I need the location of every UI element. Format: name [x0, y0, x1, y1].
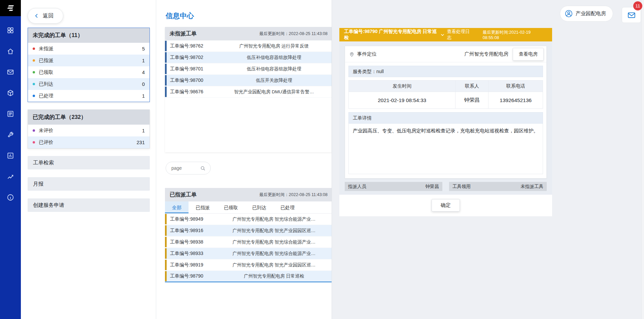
nav-messages[interactable]	[6, 68, 14, 76]
col-header-contact: 联系人	[455, 81, 488, 92]
workorder-row[interactable]: 工单编号:98702 低压补偿电容器组故障处理	[165, 52, 332, 63]
nav-maintenance[interactable]	[6, 131, 14, 139]
back-button[interactable]: 返回	[28, 8, 63, 24]
workorder-id: 工单编号:98949	[167, 216, 216, 222]
event-location-row: 事件定位 广州智光专用配电房 查看电房	[345, 46, 546, 62]
status-item-unrated[interactable]: 未评价 1	[28, 125, 149, 136]
status-count: 4	[142, 70, 145, 75]
workorder-row[interactable]: 工单编号:98938 广州智光专用配电房 智光综合能源产业…	[165, 236, 332, 248]
assignment-bars: 指派人员 钟荣昌 工具领用 未指派工具	[345, 182, 547, 191]
status-dot	[33, 83, 35, 85]
confirm-button[interactable]: 确定	[432, 199, 460, 212]
service-type-bar: 服务类型：null	[348, 66, 543, 77]
status-item-unassigned[interactable]: 未指派 5	[28, 43, 149, 55]
detail-updated-time: 最后更新时间:2021-02-19 08:55:08	[483, 30, 547, 40]
tab-claimed[interactable]: 已领取	[217, 201, 245, 213]
nav-home[interactable]	[6, 47, 14, 55]
view-room-button[interactable]: 查看电房	[513, 48, 544, 61]
table-row: 2021-02-19 08:54:33 钟荣昌 13926452136	[349, 92, 543, 109]
contact-name: 钟荣昌	[455, 92, 488, 109]
workorder-row-selected[interactable]: 工单编号:98790 广州智光专用配电房 日常巡检	[165, 271, 332, 282]
unassigned-order-list: 工单编号:98762 广州智光专用配电房 运行异常反馈 工单编号:98702 低…	[165, 40, 332, 98]
workorder-id: 工单编号:98933	[167, 251, 216, 257]
sidebar: 返回 未完成的工单（11） 未指派 5 已指派 1 已领取 4 已到达 0 已处…	[21, 0, 156, 319]
unassigned-panel-header: 未指派工单 最后更新时间：2022-08-25 11:43:08	[165, 27, 332, 40]
page-scrollbar[interactable]	[641, 0, 644, 319]
info-icon	[7, 194, 14, 201]
workorder-row[interactable]: 工单编号:98949 广州智光专用配电房 智光综合能源产业…	[165, 214, 332, 225]
workorder-row[interactable]: 工单编号:98916 广州智光专用配电房 智光产业园园区巡…	[165, 225, 332, 236]
assignee-bar: 指派人员 钟荣昌	[345, 182, 442, 191]
nav-dashboard[interactable]	[6, 26, 14, 34]
status-label: 已指派	[39, 57, 54, 64]
sidebar-item-monthly-report[interactable]: 月报	[28, 177, 150, 191]
current-user-pill[interactable]: 产业园配电房	[560, 6, 613, 22]
tab-assigned[interactable]: 已指派	[189, 201, 217, 213]
envelope-icon	[627, 11, 636, 20]
workorder-id: 工单编号:98790	[167, 273, 216, 279]
page-title: 信息中心	[166, 11, 332, 21]
status-count: 5	[142, 46, 145, 52]
nav-reports[interactable]	[6, 110, 14, 118]
finished-orders-title: 已完成的工单（232）	[28, 110, 149, 125]
panel-updated-time: 最后更新时间：2022-08-25 11:43:08	[259, 31, 328, 37]
sidebar-link-label: 创建服务申请	[33, 202, 64, 209]
workorder-detail-header: 工单编号:98790 广州智光专用配电房 日常巡检 查看处理日志 最后更新时间:…	[339, 28, 552, 41]
workorder-row[interactable]: 工单编号:98701 低压补偿电容器组故障处理	[165, 63, 332, 75]
col-header-phone: 联系电话	[488, 81, 543, 92]
sidebar-link-label: 月报	[33, 181, 43, 188]
assigned-order-list: 工单编号:98949 广州智光专用配电房 智光综合能源产业… 工单编号:9891…	[165, 214, 332, 282]
workorder-desc: 低压补偿电容器组故障处理	[216, 66, 332, 72]
panel-title: 已指派工单	[170, 191, 197, 198]
view-log-link[interactable]: 查看处理日志	[440, 29, 474, 41]
map-pin-icon	[349, 52, 354, 57]
app-nav	[0, 0, 21, 319]
nav-about[interactable]	[6, 193, 14, 201]
user-icon	[565, 10, 573, 18]
workorder-desc: 广州智光专用配电房 智光综合能源产业…	[216, 216, 332, 222]
contact-table: 发生时间 联系人 联系电话 2021-02-19 08:54:33 钟荣昌 13…	[348, 80, 543, 109]
workorder-row[interactable]: 工单编号:98933 广州智光专用配电房 智光综合能源产业…	[165, 248, 332, 259]
status-item-processed[interactable]: 已处理 1	[28, 90, 149, 102]
detail-footer: 确定	[339, 195, 552, 216]
unfinished-orders-card: 未完成的工单（11） 未指派 5 已指派 1 已领取 4 已到达 0 已处理 1	[28, 28, 150, 102]
panel-updated-time: 最后更新时间：2022-08-25 11:43:08	[259, 192, 328, 198]
event-location-label: 事件定位	[357, 51, 377, 57]
workorder-desc: 广州智光专用配电房 运行异常反馈	[216, 43, 332, 49]
status-dot	[33, 59, 35, 62]
status-label: 未评价	[39, 127, 54, 134]
status-item-arrived[interactable]: 已到达 0	[28, 78, 149, 90]
status-label: 已处理	[39, 93, 54, 99]
nav-trends[interactable]	[6, 172, 14, 181]
tab-arrived[interactable]: 已到达	[245, 201, 273, 213]
workorder-row[interactable]: 工单编号:98919 广州智光专用配电房 智光产业园园区巡…	[165, 259, 332, 271]
status-count: 1	[142, 93, 145, 99]
package-icon	[7, 89, 14, 97]
assignee-value: 钟荣昌	[426, 184, 439, 190]
sidebar-item-order-search[interactable]: 工单检索	[28, 156, 150, 169]
nav-assets[interactable]	[6, 89, 14, 97]
status-item-claimed[interactable]: 已领取 4	[28, 66, 149, 78]
page-search-input[interactable]	[171, 165, 196, 171]
workorder-id: 工单编号:98676	[167, 89, 216, 95]
assigned-panel-header: 已指派工单 最后更新时间：2022-08-25 11:43:08	[165, 188, 332, 201]
workorder-detail-card: 事件定位 广州智光专用配电房 查看电房 服务类型：null 发生时间 联系人 联…	[345, 46, 547, 179]
tab-processed[interactable]: 已处理	[273, 201, 302, 213]
app-logo[interactable]	[0, 0, 21, 16]
nav-statistics[interactable]	[6, 152, 14, 160]
workorder-row[interactable]: 工单编号:98762 广州智光专用配电房 运行异常反馈	[165, 40, 332, 52]
chart-column-icon	[7, 152, 14, 159]
workorder-id: 工单编号:98938	[167, 239, 216, 245]
workorder-row[interactable]: 工单编号:98676 智光产业园配电房 DMU通信异常告警…	[165, 86, 332, 98]
workorder-details-text: 产业园高压、专变、低压电房定时巡检检查记录，充电桩充电站巡视检查，园区维护。	[348, 124, 543, 174]
logo-icon	[6, 4, 15, 12]
workorder-desc: 广州智光专用配电房 智光产业园园区巡…	[216, 262, 332, 268]
workorder-desc: 广州智光专用配电房 智光综合能源产业…	[216, 251, 332, 257]
sidebar-item-create-service-request[interactable]: 创建服务申请	[28, 198, 150, 212]
tab-all[interactable]: 全部	[165, 201, 189, 213]
workorder-row[interactable]: 工单编号:98700 低压开关故障处理	[165, 75, 332, 86]
status-dot	[33, 129, 35, 132]
search-icon[interactable]	[200, 165, 206, 171]
status-item-assigned[interactable]: 已指派 1	[28, 55, 149, 66]
status-item-rated[interactable]: 已评价 231	[28, 136, 149, 148]
